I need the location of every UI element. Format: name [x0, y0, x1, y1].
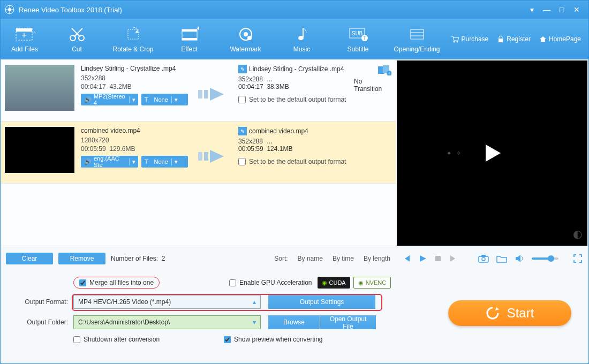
output-format-combo[interactable]: MP4 HEVC/H.265 Video (*.mp4) ▴	[73, 295, 261, 309]
snapshot-icon[interactable]	[478, 254, 489, 263]
svg-text:T: T	[363, 35, 366, 41]
lock-icon	[497, 35, 504, 43]
toolbar-links: Purchase Register HomePage	[451, 35, 588, 43]
output-time-size: 00:05:59 124.1MB	[238, 145, 351, 153]
subtitle-icon: SUBT	[348, 25, 369, 43]
conversion-arrow-icon	[191, 63, 235, 118]
output-time-size: 00:04:17 38.3MB	[238, 83, 351, 90]
tool-watermark[interactable]: Watermark	[217, 25, 274, 53]
gpu-accel-checkbox[interactable]	[229, 279, 236, 286]
browse-button[interactable]: Browse	[268, 315, 320, 329]
default-format-checkbox[interactable]	[238, 158, 246, 165]
svg-point-28	[456, 41, 458, 43]
show-preview-checkbox[interactable]	[224, 336, 231, 343]
output-folder-combo[interactable]: C:\Users\Administrator\Desktop\ ▾	[73, 315, 261, 329]
watermark-icon	[235, 25, 256, 43]
svg-rect-13	[182, 29, 197, 32]
svg-text:SUB: SUB	[351, 31, 363, 36]
play-icon[interactable]	[418, 254, 427, 263]
fullscreen-icon[interactable]	[573, 254, 582, 263]
input-info: Lindsey Stirling - Crystallize .mp4 352x…	[81, 63, 188, 118]
output-folder-value: C:\Users\Administrator\Desktop\	[78, 318, 170, 326]
tool-effect[interactable]: ✦ Effect	[161, 25, 217, 53]
audio-tag[interactable]: 🔊eng,(AAC Ste▾	[81, 156, 138, 168]
prev-icon[interactable]	[402, 254, 411, 263]
tool-label: Subtitle	[347, 46, 368, 53]
tool-music[interactable]: Music	[274, 25, 330, 53]
clear-button[interactable]: Clear	[6, 253, 53, 264]
svg-point-19	[298, 36, 304, 40]
gpu-accel-label: Enable GPU Acceleration	[239, 279, 312, 286]
output-settings-button[interactable]: Output Settings	[268, 295, 375, 309]
minimize-icon[interactable]: —	[539, 4, 554, 15]
subtitle-tag[interactable]: T None▾	[141, 94, 188, 105]
output-folder-label: Output Folder:	[9, 318, 73, 326]
tool-subtitle[interactable]: SUBT Subtitle	[330, 25, 386, 53]
next-icon[interactable]	[449, 254, 458, 263]
shutdown-checkbox[interactable]	[73, 336, 80, 343]
music-icon	[291, 25, 313, 43]
audio-tag[interactable]: 🔊MP2(Stereo 4▾	[81, 94, 138, 105]
volume-slider[interactable]	[532, 257, 558, 260]
input-time-size: 00:04:17 43.2MB	[81, 83, 188, 90]
purchase-link[interactable]: Purchase	[451, 35, 489, 43]
default-format-checkbox[interactable]	[238, 96, 246, 103]
watermark-badge-icon: ◐	[573, 228, 582, 240]
file-row[interactable]: combined video.mp4 1280x720 00:05:59 129…	[1, 122, 396, 184]
tool-add-files[interactable]: + Add Files	[1, 25, 49, 53]
sort-by-name[interactable]: By name	[298, 255, 323, 262]
output-format-value: MP4 HEVC/H.265 Video (*.mp4)	[78, 298, 171, 306]
chevron-down-icon: ▾	[171, 96, 181, 103]
output-info: ✎Lindsey Stirling - Crystallize .mp4 352…	[238, 63, 351, 118]
input-filename: combined video.mp4	[81, 127, 188, 134]
purchase-label: Purchase	[462, 35, 489, 43]
chevron-down-icon: ▾	[253, 318, 256, 326]
speaker-icon: 🔊	[84, 158, 92, 165]
transition-icon[interactable]: +	[377, 65, 391, 75]
chevron-up-icon: ▴	[253, 298, 256, 306]
start-button[interactable]: Start	[448, 300, 571, 326]
merge-files-checkbox[interactable]	[79, 279, 86, 286]
svg-point-17	[244, 32, 248, 36]
tool-rotate-crop[interactable]: Rotate & Crop	[105, 25, 161, 53]
video-preview[interactable]: ✦ ✧ ◐	[397, 60, 587, 246]
homepage-link[interactable]: HomePage	[539, 35, 581, 43]
input-resolution: 352x288	[81, 74, 188, 82]
svg-rect-30	[198, 90, 202, 98]
open-output-button[interactable]: Open Output File	[320, 315, 376, 329]
stop-icon[interactable]	[434, 255, 442, 262]
edit-icon[interactable]: ✎	[238, 65, 247, 73]
cut-icon	[66, 25, 88, 43]
sort-by-time[interactable]: By time	[333, 255, 354, 262]
svg-point-40	[482, 257, 485, 261]
edit-icon[interactable]: ✎	[238, 127, 247, 135]
svg-rect-29	[499, 39, 503, 42]
sort-label: Sort:	[274, 255, 288, 262]
titlebar: Renee Video Toolbox 2018 (Trial) ▾ — □ ✕	[1, 1, 588, 19]
bottom-panel: Merge all files into one Enable GPU Acce…	[1, 269, 588, 364]
svg-rect-14	[182, 38, 197, 40]
sort-by-length[interactable]: By length	[364, 255, 390, 262]
register-link[interactable]: Register	[497, 35, 531, 43]
more-icon[interactable]: …	[267, 138, 273, 145]
tool-opening-ending[interactable]: Opening/Ending	[386, 25, 448, 53]
volume-icon[interactable]	[515, 254, 524, 263]
more-icon[interactable]: …	[267, 75, 273, 83]
merge-option-highlight: Merge all files into one	[73, 277, 160, 289]
play-overlay-icon[interactable]	[480, 141, 504, 165]
svg-text:+: +	[21, 31, 26, 40]
settings-dropdown-icon[interactable]: ▾	[524, 4, 539, 15]
close-icon[interactable]: ✕	[569, 4, 584, 15]
home-icon	[539, 35, 547, 43]
t-icon: T	[145, 158, 148, 165]
maximize-icon[interactable]: □	[554, 4, 569, 15]
file-row[interactable]: Lindsey Stirling - Crystallize .mp4 352x…	[1, 59, 396, 122]
tool-cut[interactable]: Cut	[49, 25, 105, 53]
remove-button[interactable]: Remove	[58, 253, 105, 264]
svg-rect-37	[204, 152, 208, 161]
subtitle-tag[interactable]: T None▾	[141, 156, 188, 168]
tool-label: Rotate & Crop	[112, 46, 153, 53]
svg-rect-31	[204, 90, 208, 98]
folder-open-icon[interactable]	[496, 254, 507, 263]
conversion-arrow-icon	[191, 125, 235, 180]
